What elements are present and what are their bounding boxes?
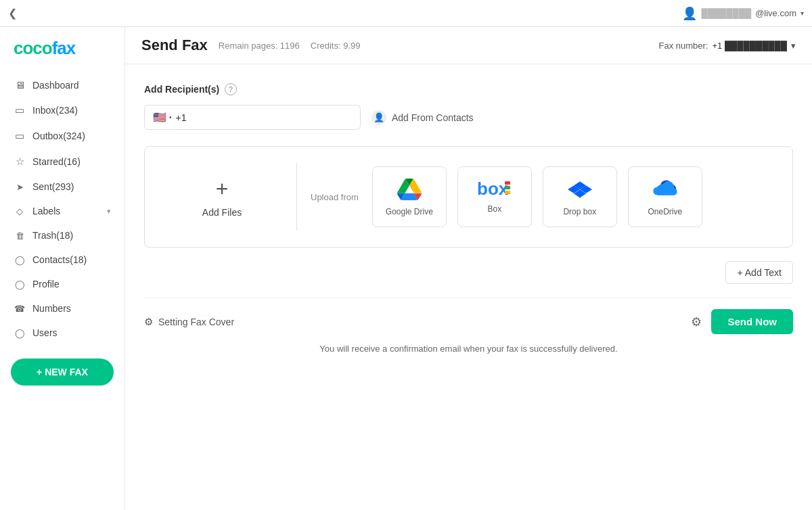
- dropbox-option[interactable]: Drop box: [543, 166, 617, 227]
- setting-cover-label: Setting Fax Cover: [158, 317, 234, 327]
- sidebar-label-contacts: Contacts(18): [32, 254, 111, 265]
- user-menu-chevron[interactable]: ▾: [800, 9, 804, 17]
- sidebar-item-outbox[interactable]: ▭ Outbox(324): [0, 123, 125, 149]
- page-header: Send Fax Remain pages: 1196 Credits: 9.9…: [125, 27, 812, 64]
- sidebar-label-users: Users: [32, 327, 111, 338]
- upload-section: + Add Files Upload from: [144, 146, 793, 248]
- add-files-area[interactable]: + Add Files: [161, 163, 283, 231]
- sidebar-label-profile: Profile: [32, 279, 111, 289]
- sidebar-item-sent[interactable]: ➤ Sent(293): [0, 175, 125, 199]
- gear-settings-icon: ⚙: [144, 316, 153, 328]
- sidebar-label-sent: Sent(293): [32, 181, 111, 192]
- google-drive-label: Google Drive: [386, 207, 433, 216]
- phone-input-wrapper[interactable]: 🇺🇸 • +1: [144, 105, 361, 130]
- collapse-sidebar-button[interactable]: ❮: [8, 7, 17, 20]
- page-title: Send Fax: [141, 37, 208, 54]
- add-text-row: + Add Text: [144, 261, 793, 284]
- new-fax-button[interactable]: + NEW FAX: [11, 358, 114, 386]
- form-footer: ⚙ Setting Fax Cover ⚙ Send Now: [144, 298, 793, 334]
- recipient-row: 🇺🇸 • +1 👤 Add From Contacts: [144, 105, 793, 130]
- fax-number-value: +1 ██████████: [712, 41, 787, 51]
- box-option[interactable]: box Box: [457, 166, 532, 227]
- sidebar-label-numbers: Numbers: [32, 303, 111, 314]
- sidebar-item-contacts[interactable]: ◯ Contacts(18): [0, 248, 125, 272]
- starred-icon: ☆: [14, 156, 26, 168]
- dropbox-label: Drop box: [563, 207, 596, 216]
- add-from-contacts-button[interactable]: 👤 Add From Contacts: [371, 110, 474, 125]
- sidebar-item-starred[interactable]: ☆ Starred(16): [0, 149, 125, 175]
- sidebar-label-labels: Labels: [32, 206, 100, 216]
- setting-fax-cover[interactable]: ⚙ Setting Fax Cover: [144, 316, 234, 328]
- sidebar-item-inbox[interactable]: ▭ Inbox(234): [0, 97, 125, 123]
- main-layout: cocofax 🖥 Dashboard ▭ Inbox(234) ▭ Outbo…: [0, 27, 812, 510]
- phone-dot: •: [169, 114, 172, 121]
- trash-icon: 🗑: [14, 231, 26, 241]
- users-icon: ◯: [14, 328, 26, 338]
- fax-number-area: Fax number: +1 ██████████ ▾: [658, 41, 796, 51]
- profile-icon: ◯: [14, 279, 26, 289]
- google-drive-option[interactable]: Google Drive: [372, 166, 447, 227]
- contact-icon: 👤: [371, 110, 386, 125]
- box-icon: box: [476, 180, 514, 199]
- top-bar: ❮ 👤 ████████ @live.com ▾: [0, 0, 812, 27]
- send-now-button[interactable]: Send Now: [711, 309, 793, 334]
- dashboard-icon: 🖥: [14, 79, 26, 91]
- logo-text: coco: [14, 38, 52, 58]
- user-avatar-icon: 👤: [682, 6, 697, 21]
- top-bar-left: ❮: [8, 7, 17, 20]
- sidebar-item-labels[interactable]: ◇ Labels ▾: [0, 199, 125, 223]
- flag-emoji: 🇺🇸: [153, 111, 166, 124]
- plus-icon: +: [216, 177, 229, 202]
- logo: cocofax: [0, 38, 125, 72]
- vertical-divider: [296, 163, 297, 231]
- onedrive-icon: [652, 177, 679, 202]
- phone-input[interactable]: [190, 112, 352, 123]
- onedrive-label: OneDrive: [648, 207, 682, 216]
- svg-rect-3: [505, 191, 510, 194]
- user-email: ████████: [701, 8, 751, 18]
- dropbox-icon: [568, 177, 592, 202]
- numbers-icon: ☎: [14, 304, 26, 314]
- form-area: Add Recipient(s) ? 🇺🇸 • +1 👤 Add From Co…: [125, 64, 812, 510]
- contacts-icon: ◯: [14, 255, 26, 265]
- outbox-icon: ▭: [14, 130, 26, 142]
- sidebar-item-dashboard[interactable]: 🖥 Dashboard: [0, 72, 125, 97]
- credits: Credits: 9.99: [311, 41, 361, 51]
- add-recipient-label: Add Recipient(s): [144, 84, 219, 95]
- gear-icon[interactable]: ⚙: [691, 315, 702, 329]
- google-drive-icon: [397, 177, 422, 202]
- labels-icon: ◇: [14, 206, 26, 216]
- sidebar-label-dashboard: Dashboard: [32, 80, 111, 91]
- add-files-label: Add Files: [202, 207, 242, 218]
- content-area: Send Fax Remain pages: 1196 Credits: 9.9…: [125, 27, 812, 510]
- footer-right: ⚙ Send Now: [691, 309, 793, 334]
- labels-arrow-icon: ▾: [107, 207, 111, 216]
- sidebar-item-trash[interactable]: 🗑 Trash(18): [0, 223, 125, 248]
- upload-from-label: Upload from: [311, 192, 359, 202]
- cloud-options: Google Drive box Box: [372, 166, 776, 227]
- sidebar: cocofax 🖥 Dashboard ▭ Inbox(234) ▭ Outbo…: [0, 27, 125, 510]
- add-recipient-section: Add Recipient(s) ?: [144, 83, 793, 95]
- add-contacts-label: Add From Contacts: [392, 112, 474, 123]
- top-bar-right: 👤 ████████ @live.com ▾: [682, 6, 804, 21]
- svg-text:box: box: [477, 180, 509, 199]
- sidebar-label-trash: Trash(18): [32, 230, 111, 241]
- confirmation-message: You will receive a confirmation email wh…: [144, 334, 793, 359]
- box-label: Box: [487, 204, 501, 214]
- fax-number-chevron[interactable]: ▾: [791, 41, 796, 51]
- onedrive-option[interactable]: OneDrive: [628, 166, 702, 227]
- svg-rect-2: [505, 186, 510, 189]
- svg-rect-1: [505, 181, 510, 185]
- sidebar-label-inbox: Inbox(234): [32, 105, 111, 116]
- remain-pages: Remain pages: 1196: [219, 41, 300, 51]
- fax-number-label: Fax number:: [658, 41, 708, 51]
- help-icon[interactable]: ?: [225, 83, 237, 95]
- sidebar-label-starred: Starred(16): [32, 156, 111, 167]
- user-email-domain: @live.com: [755, 8, 796, 18]
- sidebar-item-numbers[interactable]: ☎ Numbers: [0, 296, 125, 321]
- add-text-button[interactable]: + Add Text: [725, 261, 793, 284]
- inbox-icon: ▭: [14, 104, 26, 116]
- logo-text-fax: fax: [52, 38, 76, 58]
- sidebar-item-users[interactable]: ◯ Users: [0, 321, 125, 345]
- sidebar-item-profile[interactable]: ◯ Profile: [0, 272, 125, 296]
